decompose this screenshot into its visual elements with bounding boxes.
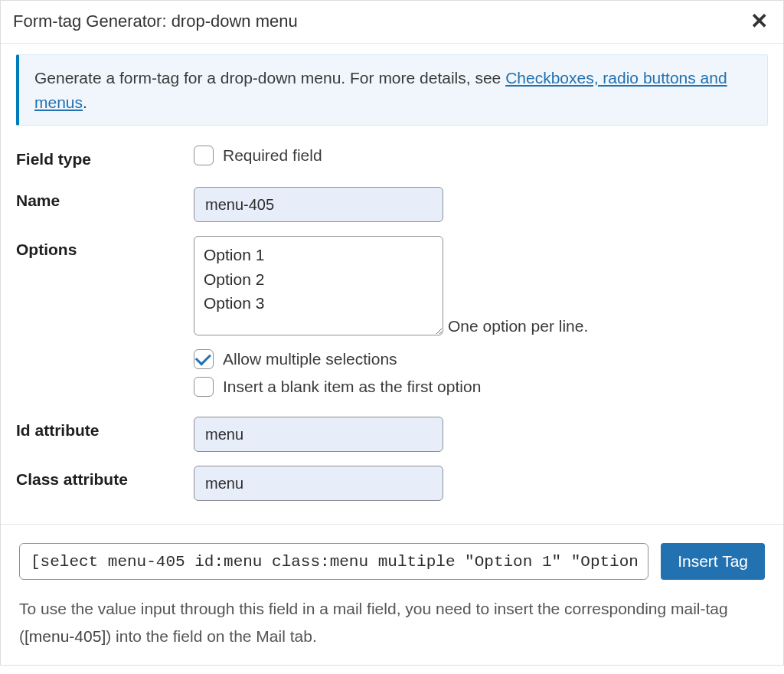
options-textarea[interactable] <box>194 236 443 335</box>
row-name: Name <box>16 187 768 222</box>
row-field-type: Field type Required field <box>16 146 768 173</box>
allow-multiple-label: Allow multiple selections <box>223 350 397 368</box>
row-options: Options One option per line. Allow multi… <box>16 236 768 397</box>
insert-tag-button[interactable]: Insert Tag <box>661 543 765 580</box>
label-id-attr: Id attribute <box>16 417 194 440</box>
required-field-option[interactable]: Required field <box>194 146 768 165</box>
id-input[interactable] <box>194 417 443 452</box>
checkbox-icon[interactable] <box>194 349 214 369</box>
row-class-attr: Class attribute <box>16 466 768 501</box>
label-options: Options <box>16 236 194 259</box>
dialog-content: Generate a form-tag for a drop-down menu… <box>1 44 783 524</box>
label-field-type: Field type <box>16 146 194 168</box>
checkbox-icon[interactable] <box>194 146 214 165</box>
mail-tag-hint: To use the value input through this fiel… <box>19 595 765 649</box>
info-banner: Generate a form-tag for a drop-down menu… <box>16 54 768 126</box>
name-input[interactable] <box>194 187 443 222</box>
checkbox-icon[interactable] <box>194 377 214 397</box>
generated-tag-input[interactable] <box>19 543 648 580</box>
allow-multiple-option[interactable]: Allow multiple selections <box>194 349 768 369</box>
form-tag-generator-dialog: Form-tag Generator: drop-down menu ✕ Gen… <box>0 0 784 666</box>
class-input[interactable] <box>194 466 443 501</box>
required-field-label: Required field <box>223 146 322 165</box>
row-id-attr: Id attribute <box>16 417 768 452</box>
form-rows: Field type Required field Name Options <box>16 142 768 524</box>
info-text-after: . <box>83 93 87 111</box>
mail-hint-after: ) into the field on the Mail tab. <box>106 627 317 645</box>
dialog-footer: Insert Tag To use the value input throug… <box>1 524 783 665</box>
label-class-attr: Class attribute <box>16 466 194 489</box>
info-text-before: Generate a form-tag for a drop-down menu… <box>34 69 505 87</box>
mail-tag-code: [menu-405] <box>24 627 106 645</box>
label-name: Name <box>16 187 194 210</box>
dialog-title: Form-tag Generator: drop-down menu <box>13 11 298 31</box>
options-hint: One option per line. <box>448 317 588 335</box>
blank-first-label: Insert a blank item as the first option <box>223 378 481 396</box>
dialog-titlebar: Form-tag Generator: drop-down menu ✕ <box>1 1 783 44</box>
close-icon[interactable]: ✕ <box>747 8 771 34</box>
generated-tag-row: Insert Tag <box>19 543 765 580</box>
blank-first-option[interactable]: Insert a blank item as the first option <box>194 377 768 397</box>
